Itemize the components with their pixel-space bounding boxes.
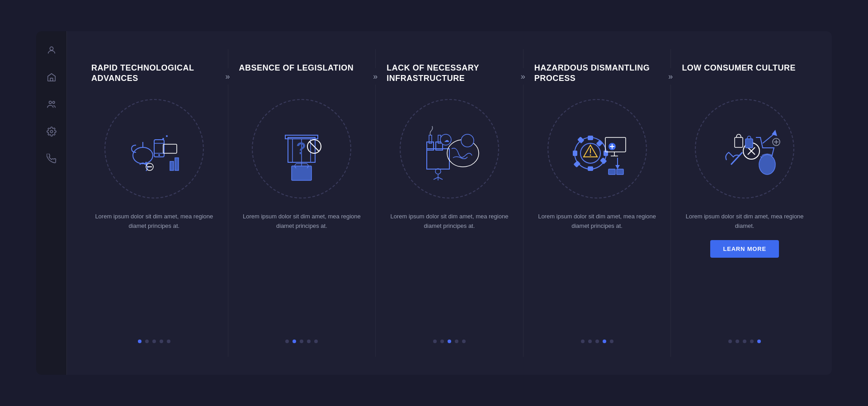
home-icon[interactable] — [45, 71, 58, 84]
dot-5-2[interactable] — [736, 340, 739, 343]
svg-text:?: ? — [296, 139, 306, 158]
dot-5-4[interactable] — [750, 340, 754, 343]
svg-point-54 — [590, 155, 591, 156]
svg-rect-24 — [292, 166, 311, 180]
card-3-illustration: ☁ — [400, 99, 499, 198]
card-dismantling: HAZARDOUS DISMANTLING PROCESS » — [524, 49, 671, 357]
svg-point-71 — [759, 155, 775, 175]
dot-2-4[interactable] — [307, 340, 311, 343]
dot-3-3[interactable] — [448, 340, 451, 343]
svg-point-5 — [133, 147, 153, 164]
dot-1-5[interactable] — [167, 340, 170, 343]
card-2-illustration: ? — [252, 99, 351, 198]
svg-text:☁: ☁ — [444, 137, 449, 143]
learn-more-button[interactable]: LEARN MORE — [710, 240, 778, 258]
card-infrastructure: LACK OF NECESSARY INFRASTRUCTURE » — [376, 49, 524, 357]
dot-5-5[interactable] — [757, 340, 761, 343]
dot-2-3[interactable] — [300, 340, 303, 343]
user-icon[interactable] — [45, 44, 58, 57]
svg-rect-11 — [170, 161, 174, 170]
card-4-dots — [581, 340, 613, 343]
svg-rect-29 — [427, 149, 449, 169]
card-1-title: RAPID TECHNOLOGICAL ADVANCES — [91, 63, 217, 90]
svg-rect-51 — [573, 161, 580, 168]
svg-rect-49 — [600, 157, 607, 165]
card-1-dots — [138, 340, 170, 343]
main-container: RAPID TECHNOLOGICAL ADVANCES » — [36, 31, 832, 375]
svg-rect-45 — [588, 166, 593, 171]
dot-4-2[interactable] — [588, 340, 592, 343]
svg-line-40 — [434, 177, 438, 179]
svg-marker-59 — [615, 165, 620, 169]
dot-1-2[interactable] — [145, 340, 149, 343]
svg-point-2 — [49, 101, 52, 104]
arrow-icon-4: » — [662, 68, 679, 85]
arrow-icon-2: » — [367, 68, 383, 85]
card-consumer: LOW CONSUMER CULTURE — [671, 49, 818, 357]
dot-1-1[interactable] — [138, 340, 142, 343]
dot-3-4[interactable] — [455, 340, 458, 343]
svg-point-17 — [166, 135, 168, 137]
people-icon[interactable] — [45, 98, 58, 111]
card-5-desc: Lorem ipsum dolor sit dim amet, mea regi… — [682, 212, 807, 231]
sidebar — [36, 31, 67, 375]
dot-2-2[interactable] — [292, 340, 296, 343]
card-rapid-tech: RAPID TECHNOLOGICAL ADVANCES » — [80, 49, 228, 357]
dot-5-3[interactable] — [743, 340, 746, 343]
dot-4-1[interactable] — [581, 340, 585, 343]
dot-2-5[interactable] — [314, 340, 318, 343]
settings-icon[interactable] — [45, 125, 58, 138]
svg-rect-12 — [175, 158, 179, 170]
card-4-illustration — [547, 99, 647, 198]
card-4-title: HAZARDOUS DISMANTLING PROCESS — [534, 63, 660, 90]
svg-rect-77 — [735, 137, 743, 147]
svg-rect-1 — [50, 78, 53, 81]
card-1-desc: Lorem ipsum dolor sit dim amet, mea regi… — [91, 212, 217, 231]
cards-container: RAPID TECHNOLOGICAL ADVANCES » — [67, 31, 832, 375]
card-3-dots — [433, 340, 466, 343]
card-2-title: ABSENCE OF LEGISLATION — [239, 63, 354, 90]
dot-1-3[interactable] — [152, 340, 156, 343]
dot-2-1[interactable] — [285, 340, 289, 343]
svg-point-0 — [50, 47, 53, 50]
card-5-illustration — [695, 99, 794, 198]
svg-rect-61 — [617, 169, 623, 175]
svg-rect-46 — [573, 151, 577, 156]
dot-3-5[interactable] — [462, 340, 466, 343]
dot-1-4[interactable] — [160, 340, 163, 343]
dot-3-1[interactable] — [433, 340, 437, 343]
card-2-dots — [285, 340, 318, 343]
svg-point-3 — [52, 101, 55, 104]
arrow-icon-3: » — [515, 68, 531, 85]
svg-line-70 — [731, 152, 742, 165]
dot-4-4[interactable] — [603, 340, 606, 343]
dot-4-5[interactable] — [610, 340, 613, 343]
card-1-illustration — [104, 99, 204, 198]
card-5-title: LOW CONSUMER CULTURE — [682, 63, 796, 90]
dot-4-3[interactable] — [595, 340, 599, 343]
dot-5-1[interactable] — [728, 340, 732, 343]
phone-icon[interactable] — [45, 152, 58, 165]
svg-rect-60 — [609, 169, 615, 175]
svg-line-41 — [438, 177, 443, 179]
arrow-icon-1: » — [220, 68, 236, 85]
card-5-dots — [728, 340, 761, 343]
svg-point-9 — [158, 154, 160, 156]
card-4-desc: Lorem ipsum dolor sit dim amet, mea regi… — [534, 212, 660, 231]
svg-rect-78 — [745, 139, 753, 148]
svg-rect-44 — [588, 136, 593, 140]
svg-rect-55 — [605, 137, 626, 152]
card-3-title: LACK OF NECESSARY INFRASTRUCTURE — [387, 63, 512, 90]
svg-rect-10 — [163, 144, 177, 153]
dot-3-2[interactable] — [440, 340, 444, 343]
svg-point-35 — [461, 134, 474, 147]
svg-point-16 — [162, 138, 164, 140]
card-3-desc: Lorem ipsum dolor sit dim amet, mea regi… — [387, 212, 512, 231]
card-2-desc: Lorem ipsum dolor sit dim amet, mea regi… — [239, 212, 365, 231]
card-legislation: ABSENCE OF LEGISLATION » ? — [228, 49, 376, 357]
svg-point-4 — [50, 130, 53, 133]
